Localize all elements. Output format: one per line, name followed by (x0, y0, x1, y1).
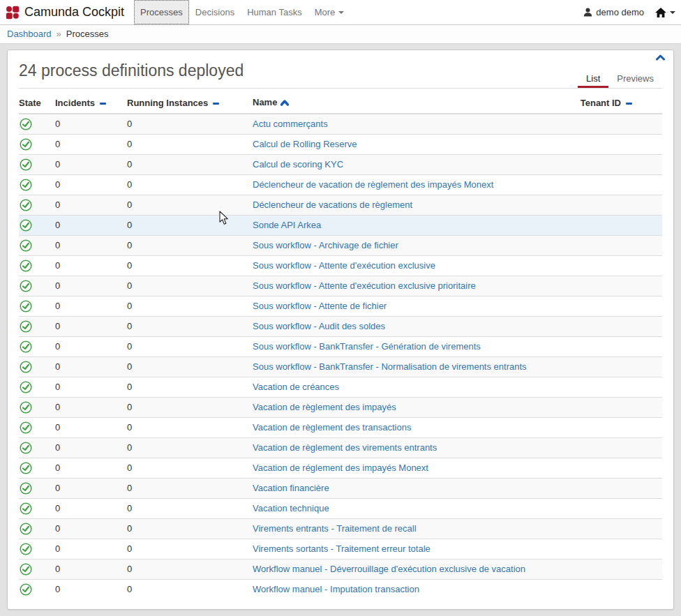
process-table-row[interactable]: 0 0 Vacation financière (19, 478, 662, 498)
tenant-id-cell (564, 114, 662, 134)
process-name-link[interactable]: Vacation technique (253, 503, 329, 513)
ok-state-icon (20, 442, 55, 454)
process-table-row[interactable]: 0 0 Virements entrants - Traitement de r… (19, 518, 662, 539)
sort-minus-icon[interactable] (626, 103, 632, 105)
process-table-row[interactable]: 0 0 Calcul de Rolling Reserve (19, 134, 662, 154)
incidents-cell: 0 (55, 296, 127, 316)
state-cell (19, 336, 55, 356)
process-name-link[interactable]: Vacation de règlement des impayés (253, 402, 396, 412)
app-switcher[interactable] (655, 8, 675, 17)
process-table-row[interactable]: 0 0 Sous workflow - Attente d'exécution … (19, 255, 662, 276)
process-name-link[interactable]: Sous workflow - Attente de fichier (253, 301, 387, 311)
tenant-id-cell (564, 195, 662, 215)
home-icon (655, 8, 666, 17)
process-name-link[interactable]: Vacation de créances (253, 382, 339, 392)
nav-item-human-tasks[interactable]: Human Tasks (241, 0, 308, 24)
tenant-id-cell (564, 134, 662, 154)
process-table-row[interactable]: 0 0 Sous workflow - Attente d'exécution … (19, 276, 662, 296)
name-cell: Sous workflow - Audit des soldes (253, 316, 564, 336)
process-table-row[interactable]: 0 0 Calcul de scoring KYC (19, 154, 662, 174)
name-cell: Vacation de créances (253, 377, 564, 397)
incidents-cell: 0 (55, 276, 127, 296)
process-table-row[interactable]: 0 0 Déclencheur de vacations de règlemen… (19, 195, 662, 215)
process-name-link[interactable]: Sonde API Arkea (253, 220, 321, 230)
state-cell (19, 296, 55, 316)
column-header-name[interactable]: Name (253, 93, 564, 114)
breadcrumb-dashboard-link[interactable]: Dashboard (7, 29, 52, 39)
process-name-link[interactable]: Déclencheur de vacations de règlement (253, 200, 412, 210)
brand[interactable]: Camunda Cockpit (6, 0, 124, 24)
process-name-link[interactable]: Vacation financière (253, 483, 329, 493)
running-instances-cell: 0 (127, 559, 253, 579)
nav-item-processes[interactable]: Processes (134, 0, 189, 24)
name-cell: Sous workflow - BankTransfer - Génératio… (253, 336, 564, 356)
state-cell (19, 377, 55, 397)
tab-list[interactable]: List (578, 68, 608, 88)
tenant-id-cell (564, 296, 662, 316)
tenant-id-cell (564, 215, 662, 235)
process-name-link[interactable]: Vacation de règlement des virements entr… (253, 442, 437, 453)
process-table-row[interactable]: 0 0 Vacation de règlement des virements … (19, 437, 662, 458)
view-tabs: List Previews (578, 68, 662, 88)
process-table-row[interactable]: 0 0 Déclencheur de vacation de règlement… (19, 174, 662, 195)
user-name: demo demo (596, 7, 644, 17)
name-cell: Sous workflow - Attente de fichier (253, 296, 564, 316)
process-name-link[interactable]: Virements sortants - Traitement erreur t… (253, 543, 431, 554)
user-menu[interactable]: demo demo (583, 7, 644, 17)
process-table-row[interactable]: 0 0 Workflow manuel - Déverrouillage d'e… (19, 559, 662, 579)
incidents-cell: 0 (55, 134, 127, 154)
column-header-incidents[interactable]: Incidents (55, 93, 127, 114)
chevron-up-icon[interactable] (656, 54, 665, 61)
process-name-link[interactable]: Sous workflow - BankTransfer - Normalisa… (253, 361, 527, 372)
running-instances-cell: 0 (127, 336, 253, 356)
process-name-link[interactable]: Calcul de scoring KYC (253, 159, 343, 170)
incidents-cell: 0 (55, 195, 127, 215)
sort-ascending-icon[interactable] (280, 98, 289, 108)
ok-state-icon (20, 583, 55, 596)
name-cell: Actu commerçants (253, 114, 564, 134)
name-cell: Sous workflow - Attente d'exécution excl… (253, 276, 564, 296)
sort-minus-icon[interactable] (100, 103, 106, 105)
process-name-link[interactable]: Actu commerçants (253, 119, 328, 129)
process-table-row[interactable]: 0 0 Sous workflow - Attente de fichier (19, 296, 662, 316)
column-header-tenant-id[interactable]: Tenant ID (564, 93, 662, 114)
process-table-row[interactable]: 0 0 Sonde API Arkea (19, 215, 662, 235)
process-name-link[interactable]: Workflow manuel - Imputation transaction (253, 584, 419, 594)
process-name-link[interactable]: Sous workflow - Audit des soldes (253, 321, 385, 331)
process-table-row[interactable]: 0 0 Vacation de règlement des transactio… (19, 417, 662, 437)
sort-minus-icon[interactable] (213, 103, 219, 105)
process-name-link[interactable]: Sous workflow - Attente d'exécution excl… (253, 260, 435, 271)
process-table-row[interactable]: 0 0 Actu commerçants (19, 114, 662, 134)
state-header-label: State (19, 98, 41, 108)
nav-item-more[interactable]: More (308, 0, 351, 24)
ok-state-icon (20, 118, 55, 130)
process-name-link[interactable]: Sous workflow - Attente d'exécution excl… (253, 280, 476, 291)
process-table-row[interactable]: 0 0 Sous workflow - BankTransfer - Norma… (19, 356, 662, 377)
ok-state-icon (20, 502, 55, 515)
process-name-link[interactable]: Vacation de réglement des impayés Monext (253, 463, 428, 473)
process-name-link[interactable]: Déclencheur de vacation de règlement des… (253, 179, 493, 190)
name-cell: Virements sortants - Traitement erreur t… (253, 539, 564, 559)
state-cell (19, 255, 55, 276)
process-name-link[interactable]: Calcul de Rolling Reserve (253, 139, 357, 149)
process-table-row[interactable]: 0 0 Vacation de créances (19, 377, 662, 397)
process-table-row[interactable]: 0 0 Sous workflow - Audit des soldes (19, 316, 662, 336)
process-name-link[interactable]: Sous workflow - Archivage de fichier (253, 240, 398, 250)
process-table-row[interactable]: 0 0 Vacation de règlement des impayés (19, 397, 662, 417)
process-table-row[interactable]: 0 0 Sous workflow - BankTransfer - Génér… (19, 336, 662, 356)
process-table-row[interactable]: 0 0 Vacation technique (19, 498, 662, 518)
nav-item-decisions[interactable]: Decisions (189, 0, 241, 24)
process-table-row[interactable]: 0 0 Sous workflow - Archivage de fichier (19, 235, 662, 255)
tenant-id-cell (564, 336, 662, 356)
process-name-link[interactable]: Sous workflow - BankTransfer - Génératio… (253, 341, 481, 352)
process-name-link[interactable]: Virements entrants - Traitement de recal… (253, 523, 417, 534)
process-table-row[interactable]: 0 0 Vacation de réglement des impayés Mo… (19, 458, 662, 478)
process-name-link[interactable]: Vacation de règlement des transactions (253, 422, 411, 433)
process-table-row[interactable]: 0 0 Workflow manuel - Imputation transac… (19, 579, 662, 599)
tab-previews[interactable]: Previews (608, 68, 662, 88)
process-table-row[interactable]: 0 0 Virements sortants - Traitement erre… (19, 539, 662, 559)
running-instances-cell: 0 (127, 356, 253, 377)
process-name-link[interactable]: Workflow manuel - Déverrouillage d'exécu… (253, 564, 525, 574)
name-cell: Vacation de règlement des impayés (253, 397, 564, 417)
column-header-running-instances[interactable]: Running Instances (127, 93, 253, 114)
